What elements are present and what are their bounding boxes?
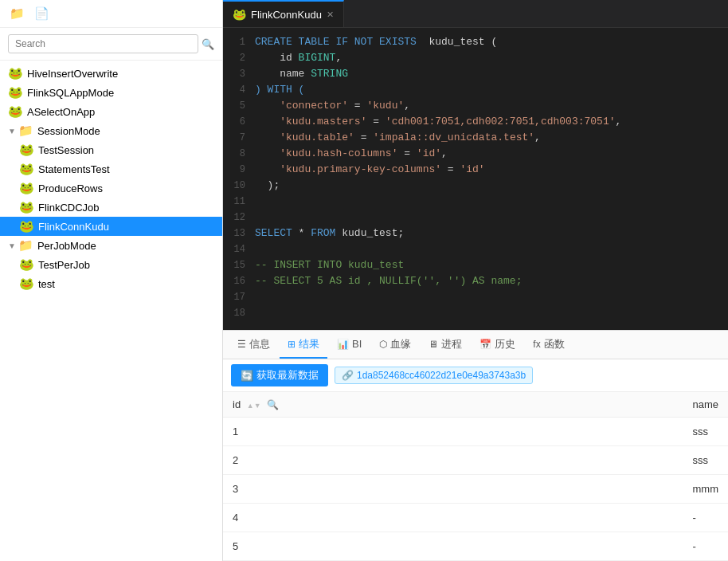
sidebar: 📁 📄 🔍 🐸HiveInsertOverwrite🐸FlinkSQLAppMo… [0,0,223,561]
item-icon: 🐸 [8,85,23,100]
item-icon: 🐸 [19,143,34,157]
sidebar-file-icon[interactable]: 📄 [31,5,53,22]
search-button[interactable]: 🔍 [202,38,214,50]
item-label: TestSession [38,144,94,156]
bottom-tab-lineage[interactable]: ⬡血缘 [371,331,419,359]
bottom-panel: ☰信息⊞结果📊BI⬡血缘🖥进程📅历史fx函数 🔄 获取最新数据 🔗 1da852… [223,330,728,561]
sidebar-item-flink-cdc-job[interactable]: 🐸FlinkCDCJob [0,198,222,217]
code-line: 11 [223,194,728,210]
line-number: 14 [223,241,255,257]
line-number: 12 [223,210,255,226]
line-content: CREATE TABLE IF NOT EXISTS kudu_test ( [255,34,497,50]
code-token: -- INSERT INTO kudu_test [255,259,404,271]
sidebar-item-statements-test[interactable]: 🐸StatementsTest [0,159,222,178]
result-table: id ▲▼ 🔍 name 1sss2sss3mmm4-5- [223,392,728,561]
code-editor[interactable]: 1CREATE TABLE IF NOT EXISTS kudu_test (2… [223,28,728,330]
code-line: 14 [223,241,728,257]
code-token: ) WITH ( [255,84,304,96]
bottom-tab-process[interactable]: 🖥进程 [421,331,470,359]
sidebar-item-a-select-on-app[interactable]: 🐸ASelectOnApp [0,102,222,121]
bottom-tab-result[interactable]: ⊞结果 [280,331,327,359]
cell-name: sss [683,418,728,446]
bottom-tab-history[interactable]: 📅历史 [472,331,523,359]
item-label: ASelectOnApp [27,106,95,118]
col-header-id: id ▲▼ 🔍 [223,392,683,418]
code-token: = [348,100,366,112]
code-token: kudu_test ( [417,36,497,48]
code-token: 'kudu.table' [280,131,354,143]
sidebar-item-flink-conn-kudu[interactable]: 🐸FlinkConnKudu [0,217,222,236]
bottom-tab-bi[interactable]: 📊BI [329,331,370,359]
item-label: FlinkSQLAppMode [27,87,114,99]
item-label: StatementsTest [38,163,110,175]
col-search-icon[interactable]: 🔍 [267,399,279,410]
cell-id: 2 [223,446,683,475]
line-content: -- SELECT 5 AS id , NULLIF('', '') AS na… [255,273,522,289]
sidebar-item-test[interactable]: 🐸test [0,274,222,293]
tab-label-info: 信息 [249,337,270,351]
tab-icon-result: ⊞ [288,339,296,350]
cell-name: - [683,532,728,561]
line-content: -- INSERT INTO kudu_test [255,257,404,273]
line-number: 3 [223,66,255,82]
sidebar-item-test-session[interactable]: 🐸TestSession [0,140,222,159]
tab-label-lineage: 血缘 [390,337,411,351]
code-token: , [616,116,622,128]
line-content: ); [255,178,280,194]
line-content: id BIGINT, [255,50,342,66]
bottom-tab-func[interactable]: fx函数 [525,331,572,359]
sidebar-item-flink-sql-app-mode[interactable]: 🐸FlinkSQLAppMode [0,83,222,102]
tab-icon-info: ☰ [237,339,246,350]
tab-label-bi: BI [352,338,362,350]
code-token: SELECT [255,227,292,239]
item-icon: 📁 [18,124,33,138]
code-token [255,116,280,128]
editor-tab-flinkconnkudu[interactable]: 🐸 FlinkConnKudu ✕ [223,0,344,27]
tab-icon-func: fx [533,339,540,350]
line-content: 'kudu.hash-columns' = 'id', [255,146,448,162]
table-row: 4- [223,504,728,532]
search-input[interactable] [8,34,198,53]
code-token: BIGINT [299,52,336,64]
sidebar-item-hive-insert-overwrite[interactable]: 🐸HiveInsertOverwrite [0,64,222,83]
tab-icon-bi: 📊 [337,339,349,350]
line-content: ) WITH ( [255,82,304,98]
item-icon: 🐸 [19,257,34,272]
item-label: PerJobMode [37,240,96,252]
item-label: test [38,278,55,290]
line-number: 17 [223,289,255,305]
item-label: ProduceRows [38,182,103,194]
cell-id: 1 [223,418,683,446]
line-content: 'kudu.table' = 'impala::dv_unicdata.test… [255,130,541,146]
refresh-data-button[interactable]: 🔄 获取最新数据 [231,364,328,386]
tab-close-button[interactable]: ✕ [327,10,334,20]
code-line: 4) WITH ( [223,82,728,98]
code-token: 'connector' [280,100,348,112]
sidebar-item-session-mode-folder[interactable]: ▼ 📁SessionMode [0,121,222,140]
tab-label-process: 进程 [441,337,462,351]
code-line: 5 'connector' = 'kudu', [223,98,728,114]
sidebar-folder-icon[interactable]: 📁 [6,5,28,22]
code-token: = [441,163,460,175]
line-number: 15 [223,257,255,273]
cell-id: 5 [223,532,683,561]
table-row: 3mmm [223,475,728,504]
table-row: 2sss [223,446,728,475]
sidebar-item-test-per-job[interactable]: 🐸TestPerJob [0,255,222,274]
line-number: 5 [223,98,255,114]
code-line: 13SELECT * FROM kudu_test; [223,226,728,241]
code-line: 17 [223,289,728,305]
sort-icons[interactable]: ▲▼ [247,402,261,410]
code-token: = [397,147,416,159]
col-header-name: name [683,392,728,418]
line-number: 2 [223,50,255,66]
code-token: 'impala::dv_unicdata.test' [373,131,534,143]
sidebar-item-per-job-mode-folder[interactable]: ▼ 📁PerJobMode [0,236,222,255]
table-row: 1sss [223,418,728,446]
code-line: 3 name STRING [223,66,728,82]
bottom-tab-info[interactable]: ☰信息 [229,331,278,359]
code-line: 16-- SELECT 5 AS id , NULLIF('', '') AS … [223,273,728,289]
cell-id: 4 [223,504,683,532]
sidebar-item-produce-rows[interactable]: 🐸ProduceRows [0,178,222,198]
line-number: 7 [223,130,255,146]
